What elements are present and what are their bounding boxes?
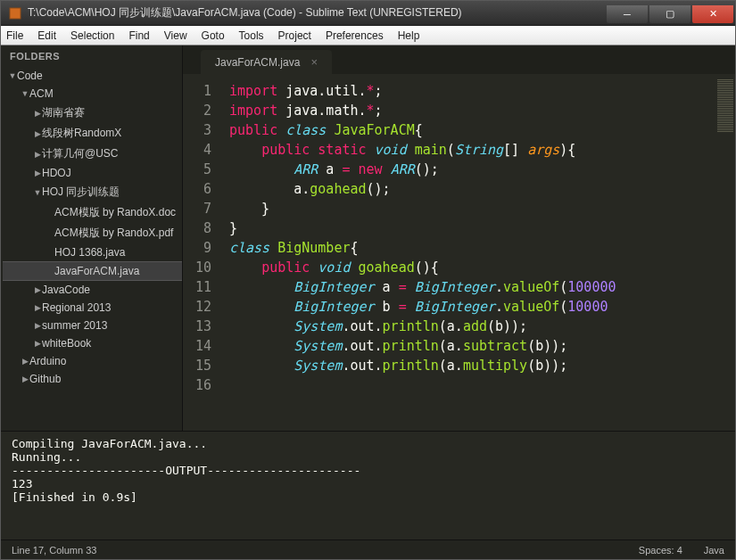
chevron-right-icon: ▶ <box>33 321 42 330</box>
menu-file[interactable]: File <box>6 29 23 42</box>
tree-item[interactable]: ▼ Code <box>3 67 182 85</box>
app-window: T:\Code\ACM\HOJ 同步训练题\JavaForACM.java (C… <box>0 0 736 560</box>
tree-item[interactable]: ▶ Arduino <box>3 352 182 370</box>
tabbar: JavaForACM.java × <box>183 45 735 74</box>
maximize-button[interactable]: ▢ <box>649 5 691 23</box>
status-syntax[interactable]: Java <box>704 545 724 556</box>
tree-item[interactable]: ACM模版 by RandoX.doc <box>3 202 182 223</box>
window-controls: ─ ▢ ✕ <box>607 4 735 23</box>
chevron-right-icon: ▶ <box>33 109 42 118</box>
chevron-right-icon: ▶ <box>21 357 29 366</box>
chevron-right-icon: ▶ <box>33 169 42 177</box>
tree-item[interactable]: HOJ 1368.java <box>3 243 182 261</box>
menu-goto[interactable]: Goto <box>202 29 225 42</box>
tree-item-label: Arduino <box>29 355 66 367</box>
tree-item[interactable]: ▶ 计算几何@USC <box>3 144 182 164</box>
statusbar: Line 17, Column 33 Spaces: 4 Java <box>1 539 735 559</box>
chevron-down-icon: ▼ <box>8 71 17 80</box>
menubar: FileEditSelectionFindViewGotoToolsProjec… <box>1 26 735 45</box>
chevron-right-icon: ▶ <box>33 339 42 348</box>
sidebar: FOLDERS ▼ Code▼ ACM▶ 湖南省赛▶ 线段树RandomX▶ 计… <box>1 45 183 431</box>
line-gutter: 12345678910111213141516 <box>183 74 219 431</box>
tree-item-label: summer 2013 <box>42 319 107 332</box>
chevron-right-icon: ▶ <box>33 303 42 312</box>
minimize-button[interactable]: ─ <box>607 5 648 23</box>
chevron-down-icon: ▼ <box>33 188 42 197</box>
menu-preferences[interactable]: Preferences <box>326 29 384 42</box>
menu-tools[interactable]: Tools <box>239 29 264 42</box>
app-icon <box>8 6 22 21</box>
tree-item-label: whiteBook <box>42 337 91 350</box>
menu-edit[interactable]: Edit <box>37 29 56 42</box>
tree-item[interactable]: ▶ HDOJ <box>3 164 182 182</box>
chevron-right-icon: ▶ <box>33 129 42 138</box>
minimap-preview <box>717 79 733 133</box>
tree-item[interactable]: ▶ whiteBook <box>3 334 182 352</box>
tree-item[interactable]: ▶ 线段树RandomX <box>3 123 182 144</box>
close-button[interactable]: ✕ <box>692 5 733 23</box>
editor-zone: JavaForACM.java × 1234567891011121314151… <box>183 45 735 431</box>
menu-project[interactable]: Project <box>278 29 311 42</box>
menu-view[interactable]: View <box>164 29 187 42</box>
tree-item-label: Code <box>17 70 43 82</box>
tree-item-label: ACM模版 by RandoX.pdf <box>54 226 173 241</box>
tree-item-label: HOJ 同步训练题 <box>42 185 120 200</box>
titlebar[interactable]: T:\Code\ACM\HOJ 同步训练题\JavaForACM.java (C… <box>1 1 735 26</box>
chevron-right-icon: ▶ <box>33 285 42 294</box>
tree-item[interactable]: ▼ HOJ 同步训练题 <box>3 182 182 202</box>
tree-item[interactable]: ▼ ACM <box>3 85 182 103</box>
code-area: 12345678910111213141516 import java.util… <box>183 74 735 431</box>
tree-item-label: ACM模版 by RandoX.doc <box>54 205 176 220</box>
tree-item-label: JavaForACM.java <box>54 265 139 277</box>
tree-item-label: 计算几何@USC <box>42 146 119 161</box>
tree-item-label: 湖南省赛 <box>42 105 85 120</box>
tab-active[interactable]: JavaForACM.java × <box>201 50 332 74</box>
chevron-right-icon: ▶ <box>33 150 42 159</box>
status-cursor-pos[interactable]: Line 17, Column 33 <box>12 545 96 556</box>
svg-rect-0 <box>10 8 21 19</box>
build-output[interactable]: Compiling JavaForACM.java... Running... … <box>1 431 735 539</box>
titlebar-text: T:\Code\ACM\HOJ 同步训练题\JavaForACM.java (C… <box>28 5 607 21</box>
tree-item-label: Regional 2013 <box>42 301 111 314</box>
tree-item[interactable]: ▶ Regional 2013 <box>3 299 182 317</box>
menu-find[interactable]: Find <box>128 29 149 42</box>
tree-item-label: JavaCode <box>42 284 90 296</box>
folder-tree: ▼ Code▼ ACM▶ 湖南省赛▶ 线段树RandomX▶ 计算几何@USC▶… <box>1 67 182 388</box>
minimap[interactable] <box>715 74 735 431</box>
menu-help[interactable]: Help <box>398 29 420 42</box>
tree-item[interactable]: ▶ Github <box>3 370 182 388</box>
tab-label: JavaForACM.java <box>215 56 300 69</box>
tree-item[interactable]: ACM模版 by RandoX.pdf <box>3 223 182 243</box>
chevron-down-icon: ▼ <box>21 89 29 98</box>
tree-item-label: Github <box>29 373 61 385</box>
close-icon[interactable]: × <box>310 55 318 69</box>
chevron-right-icon: ▶ <box>21 375 29 383</box>
sidebar-header: FOLDERS <box>1 45 182 67</box>
tree-item[interactable]: ▶ JavaCode <box>3 281 182 299</box>
tree-item-label: 线段树RandomX <box>42 126 121 141</box>
tree-item[interactable]: ▶ summer 2013 <box>3 317 182 334</box>
tree-item[interactable]: JavaForACM.java <box>3 261 182 281</box>
tree-item-label: HDOJ <box>42 167 71 179</box>
status-indent[interactable]: Spaces: 4 <box>639 545 682 556</box>
tree-item-label: HOJ 1368.java <box>54 246 125 259</box>
tree-item[interactable]: ▶ 湖南省赛 <box>3 103 182 123</box>
tree-item-label: ACM <box>29 87 54 100</box>
menu-selection[interactable]: Selection <box>70 29 114 42</box>
code-content[interactable]: import java.util.*;import java.math.*;pu… <box>219 74 715 431</box>
